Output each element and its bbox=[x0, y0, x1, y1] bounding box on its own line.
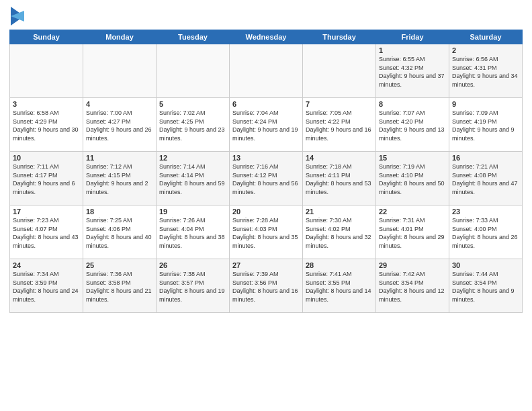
day-info: Sunrise: 7:00 AM Sunset: 4:27 PM Dayligh… bbox=[86, 109, 153, 142]
day-number: 8 bbox=[379, 100, 446, 108]
day-number: 13 bbox=[232, 154, 300, 162]
day-number: 30 bbox=[452, 261, 519, 269]
day-number: 9 bbox=[452, 100, 519, 108]
day-info: Sunrise: 7:19 AM Sunset: 4:10 PM Dayligh… bbox=[379, 163, 446, 196]
day-number: 14 bbox=[306, 154, 373, 162]
calendar-cell: 30Sunrise: 7:44 AM Sunset: 3:54 PM Dayli… bbox=[449, 259, 523, 313]
day-number: 24 bbox=[13, 261, 80, 269]
day-info: Sunrise: 7:38 AM Sunset: 3:57 PM Dayligh… bbox=[159, 270, 226, 304]
day-info: Sunrise: 7:09 AM Sunset: 4:19 PM Dayligh… bbox=[452, 109, 519, 142]
day-info: Sunrise: 6:55 AM Sunset: 4:32 PM Dayligh… bbox=[379, 55, 446, 89]
day-number: 25 bbox=[86, 261, 153, 269]
calendar-cell: 5Sunrise: 7:02 AM Sunset: 4:25 PM Daylig… bbox=[157, 98, 230, 152]
day-number: 22 bbox=[379, 208, 446, 216]
page: SundayMondayTuesdayWednesdayThursdayFrid… bbox=[0, 0, 532, 411]
day-info: Sunrise: 7:39 AM Sunset: 3:56 PM Dayligh… bbox=[232, 270, 300, 304]
day-number: 21 bbox=[306, 208, 373, 216]
day-info: Sunrise: 7:33 AM Sunset: 4:00 PM Dayligh… bbox=[452, 216, 519, 250]
calendar-cell: 13Sunrise: 7:16 AM Sunset: 4:12 PM Dayli… bbox=[230, 152, 303, 205]
day-number: 11 bbox=[86, 154, 153, 162]
day-header-friday: Friday bbox=[376, 30, 449, 44]
week-row-1: 1Sunrise: 6:55 AM Sunset: 4:32 PM Daylig… bbox=[10, 44, 523, 98]
calendar-cell: 11Sunrise: 7:12 AM Sunset: 4:15 PM Dayli… bbox=[83, 152, 157, 205]
day-info: Sunrise: 7:14 AM Sunset: 4:14 PM Dayligh… bbox=[159, 163, 226, 196]
day-info: Sunrise: 7:11 AM Sunset: 4:17 PM Dayligh… bbox=[13, 163, 80, 196]
calendar-cell: 21Sunrise: 7:30 AM Sunset: 4:02 PM Dayli… bbox=[303, 205, 376, 259]
logo-icon bbox=[11, 7, 24, 26]
day-header-monday: Monday bbox=[83, 30, 157, 44]
day-info: Sunrise: 7:31 AM Sunset: 4:01 PM Dayligh… bbox=[379, 216, 446, 250]
day-number: 5 bbox=[159, 100, 226, 108]
calendar-cell: 6Sunrise: 7:04 AM Sunset: 4:24 PM Daylig… bbox=[230, 98, 303, 152]
day-info: Sunrise: 6:56 AM Sunset: 4:31 PM Dayligh… bbox=[452, 55, 519, 89]
calendar-cell: 17Sunrise: 7:23 AM Sunset: 4:07 PM Dayli… bbox=[10, 205, 83, 259]
day-number: 2 bbox=[452, 46, 519, 54]
calendar-cell: 4Sunrise: 7:00 AM Sunset: 4:27 PM Daylig… bbox=[83, 98, 157, 152]
day-info: Sunrise: 7:42 AM Sunset: 3:54 PM Dayligh… bbox=[379, 270, 446, 304]
week-row-4: 17Sunrise: 7:23 AM Sunset: 4:07 PM Dayli… bbox=[10, 205, 523, 259]
calendar-cell: 24Sunrise: 7:34 AM Sunset: 3:59 PM Dayli… bbox=[10, 259, 83, 313]
day-info: Sunrise: 7:41 AM Sunset: 3:55 PM Dayligh… bbox=[306, 270, 373, 304]
day-number: 16 bbox=[452, 154, 519, 162]
calendar-cell: 3Sunrise: 6:58 AM Sunset: 4:29 PM Daylig… bbox=[10, 98, 83, 152]
header-row: SundayMondayTuesdayWednesdayThursdayFrid… bbox=[10, 30, 523, 44]
day-info: Sunrise: 7:34 AM Sunset: 3:59 PM Dayligh… bbox=[13, 270, 80, 304]
day-info: Sunrise: 7:05 AM Sunset: 4:22 PM Dayligh… bbox=[306, 109, 373, 142]
calendar-cell bbox=[157, 44, 230, 98]
week-row-5: 24Sunrise: 7:34 AM Sunset: 3:59 PM Dayli… bbox=[10, 259, 523, 313]
calendar-cell: 29Sunrise: 7:42 AM Sunset: 3:54 PM Dayli… bbox=[376, 259, 449, 313]
calendar-cell: 23Sunrise: 7:33 AM Sunset: 4:00 PM Dayli… bbox=[449, 205, 523, 259]
calendar-cell: 27Sunrise: 7:39 AM Sunset: 3:56 PM Dayli… bbox=[230, 259, 303, 313]
day-number: 4 bbox=[86, 100, 153, 108]
calendar-table: SundayMondayTuesdayWednesdayThursdayFrid… bbox=[9, 30, 523, 313]
day-number: 27 bbox=[232, 261, 300, 269]
day-info: Sunrise: 7:28 AM Sunset: 4:03 PM Dayligh… bbox=[232, 216, 300, 250]
day-info: Sunrise: 6:58 AM Sunset: 4:29 PM Dayligh… bbox=[13, 109, 80, 142]
calendar-cell: 22Sunrise: 7:31 AM Sunset: 4:01 PM Dayli… bbox=[376, 205, 449, 259]
calendar-cell: 15Sunrise: 7:19 AM Sunset: 4:10 PM Dayli… bbox=[376, 152, 449, 205]
day-info: Sunrise: 7:26 AM Sunset: 4:04 PM Dayligh… bbox=[159, 216, 226, 250]
day-number: 7 bbox=[306, 100, 373, 108]
day-number: 29 bbox=[379, 261, 446, 269]
day-info: Sunrise: 7:21 AM Sunset: 4:08 PM Dayligh… bbox=[452, 163, 519, 196]
calendar-cell: 10Sunrise: 7:11 AM Sunset: 4:17 PM Dayli… bbox=[10, 152, 83, 205]
day-number: 12 bbox=[159, 154, 226, 162]
day-info: Sunrise: 7:36 AM Sunset: 3:58 PM Dayligh… bbox=[86, 270, 153, 304]
day-info: Sunrise: 7:07 AM Sunset: 4:20 PM Dayligh… bbox=[379, 109, 446, 142]
calendar-cell: 12Sunrise: 7:14 AM Sunset: 4:14 PM Dayli… bbox=[157, 152, 230, 205]
calendar-cell: 1Sunrise: 6:55 AM Sunset: 4:32 PM Daylig… bbox=[376, 44, 449, 98]
calendar-cell: 28Sunrise: 7:41 AM Sunset: 3:55 PM Dayli… bbox=[303, 259, 376, 313]
day-header-thursday: Thursday bbox=[303, 30, 376, 44]
day-number: 23 bbox=[452, 208, 519, 216]
calendar-cell bbox=[303, 44, 376, 98]
day-header-saturday: Saturday bbox=[449, 30, 523, 44]
calendar-cell: 2Sunrise: 6:56 AM Sunset: 4:31 PM Daylig… bbox=[449, 44, 523, 98]
calendar-cell: 16Sunrise: 7:21 AM Sunset: 4:08 PM Dayli… bbox=[449, 152, 523, 205]
day-info: Sunrise: 7:12 AM Sunset: 4:15 PM Dayligh… bbox=[86, 163, 153, 196]
calendar-cell bbox=[10, 44, 83, 98]
day-number: 28 bbox=[306, 261, 373, 269]
day-info: Sunrise: 7:02 AM Sunset: 4:25 PM Dayligh… bbox=[159, 109, 226, 142]
calendar-cell: 26Sunrise: 7:38 AM Sunset: 3:57 PM Dayli… bbox=[157, 259, 230, 313]
day-number: 19 bbox=[159, 208, 226, 216]
day-number: 1 bbox=[379, 46, 446, 54]
day-number: 26 bbox=[159, 261, 226, 269]
day-header-tuesday: Tuesday bbox=[157, 30, 230, 44]
calendar-cell: 25Sunrise: 7:36 AM Sunset: 3:58 PM Dayli… bbox=[83, 259, 157, 313]
day-info: Sunrise: 7:25 AM Sunset: 4:06 PM Dayligh… bbox=[86, 216, 153, 250]
day-number: 6 bbox=[232, 100, 300, 108]
week-row-2: 3Sunrise: 6:58 AM Sunset: 4:29 PM Daylig… bbox=[10, 98, 523, 152]
calendar-cell bbox=[83, 44, 157, 98]
day-info: Sunrise: 7:30 AM Sunset: 4:02 PM Dayligh… bbox=[306, 216, 373, 250]
week-row-3: 10Sunrise: 7:11 AM Sunset: 4:17 PM Dayli… bbox=[10, 152, 523, 205]
calendar-cell: 18Sunrise: 7:25 AM Sunset: 4:06 PM Dayli… bbox=[83, 205, 157, 259]
day-number: 17 bbox=[13, 208, 80, 216]
day-info: Sunrise: 7:04 AM Sunset: 4:24 PM Dayligh… bbox=[232, 109, 300, 142]
day-number: 10 bbox=[13, 154, 80, 162]
header bbox=[9, 7, 523, 26]
calendar-cell: 8Sunrise: 7:07 AM Sunset: 4:20 PM Daylig… bbox=[376, 98, 449, 152]
calendar-cell bbox=[230, 44, 303, 98]
calendar-cell: 20Sunrise: 7:28 AM Sunset: 4:03 PM Dayli… bbox=[230, 205, 303, 259]
day-info: Sunrise: 7:44 AM Sunset: 3:54 PM Dayligh… bbox=[452, 270, 519, 304]
calendar-cell: 7Sunrise: 7:05 AM Sunset: 4:22 PM Daylig… bbox=[303, 98, 376, 152]
